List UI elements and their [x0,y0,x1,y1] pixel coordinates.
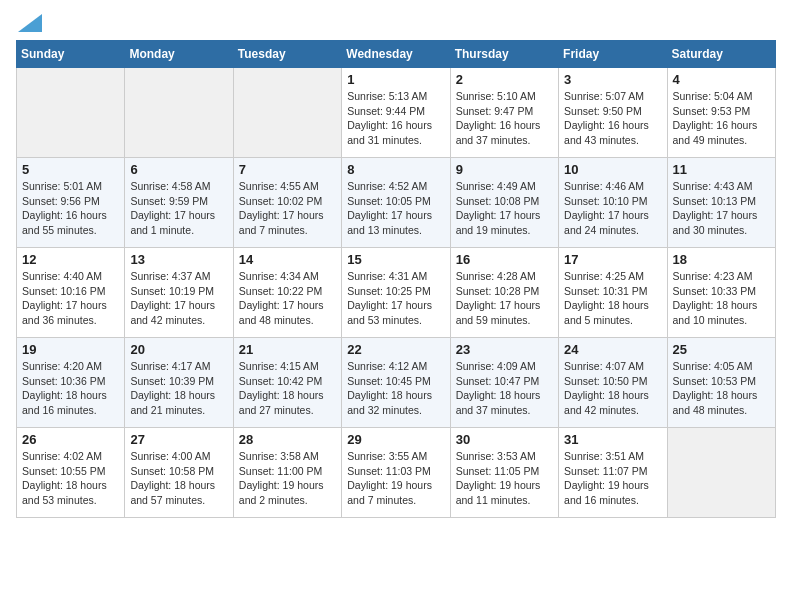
day-number: 10 [564,162,661,177]
day-info: Sunrise: 4:23 AM Sunset: 10:33 PM Daylig… [673,269,770,328]
day-info: Sunrise: 4:58 AM Sunset: 9:59 PM Dayligh… [130,179,227,238]
day-number: 31 [564,432,661,447]
week-row-1: 1Sunrise: 5:13 AM Sunset: 9:44 PM Daylig… [17,68,776,158]
day-cell: 17Sunrise: 4:25 AM Sunset: 10:31 PM Dayl… [559,248,667,338]
day-info: Sunrise: 3:51 AM Sunset: 11:07 PM Daylig… [564,449,661,508]
day-cell: 14Sunrise: 4:34 AM Sunset: 10:22 PM Dayl… [233,248,341,338]
day-number: 15 [347,252,444,267]
day-cell: 1Sunrise: 5:13 AM Sunset: 9:44 PM Daylig… [342,68,450,158]
day-number: 2 [456,72,553,87]
day-number: 16 [456,252,553,267]
week-row-2: 5Sunrise: 5:01 AM Sunset: 9:56 PM Daylig… [17,158,776,248]
page-header [16,16,776,32]
day-number: 6 [130,162,227,177]
day-number: 4 [673,72,770,87]
day-info: Sunrise: 4:43 AM Sunset: 10:13 PM Daylig… [673,179,770,238]
column-header-saturday: Saturday [667,41,775,68]
day-number: 18 [673,252,770,267]
day-info: Sunrise: 5:13 AM Sunset: 9:44 PM Dayligh… [347,89,444,148]
day-number: 9 [456,162,553,177]
day-cell: 4Sunrise: 5:04 AM Sunset: 9:53 PM Daylig… [667,68,775,158]
day-cell [125,68,233,158]
days-header-row: SundayMondayTuesdayWednesdayThursdayFrid… [17,41,776,68]
day-cell: 21Sunrise: 4:15 AM Sunset: 10:42 PM Dayl… [233,338,341,428]
day-number: 5 [22,162,119,177]
column-header-monday: Monday [125,41,233,68]
day-info: Sunrise: 4:20 AM Sunset: 10:36 PM Daylig… [22,359,119,418]
day-number: 19 [22,342,119,357]
day-number: 27 [130,432,227,447]
day-cell: 20Sunrise: 4:17 AM Sunset: 10:39 PM Dayl… [125,338,233,428]
day-number: 22 [347,342,444,357]
column-header-wednesday: Wednesday [342,41,450,68]
column-header-friday: Friday [559,41,667,68]
day-number: 29 [347,432,444,447]
day-cell: 15Sunrise: 4:31 AM Sunset: 10:25 PM Dayl… [342,248,450,338]
column-header-sunday: Sunday [17,41,125,68]
day-cell: 3Sunrise: 5:07 AM Sunset: 9:50 PM Daylig… [559,68,667,158]
day-number: 24 [564,342,661,357]
day-info: Sunrise: 3:53 AM Sunset: 11:05 PM Daylig… [456,449,553,508]
day-number: 1 [347,72,444,87]
day-number: 12 [22,252,119,267]
day-info: Sunrise: 4:02 AM Sunset: 10:55 PM Daylig… [22,449,119,508]
day-cell: 10Sunrise: 4:46 AM Sunset: 10:10 PM Dayl… [559,158,667,248]
day-info: Sunrise: 5:01 AM Sunset: 9:56 PM Dayligh… [22,179,119,238]
day-cell: 27Sunrise: 4:00 AM Sunset: 10:58 PM Dayl… [125,428,233,518]
day-number: 8 [347,162,444,177]
day-number: 14 [239,252,336,267]
day-info: Sunrise: 4:25 AM Sunset: 10:31 PM Daylig… [564,269,661,328]
day-info: Sunrise: 4:15 AM Sunset: 10:42 PM Daylig… [239,359,336,418]
day-cell: 22Sunrise: 4:12 AM Sunset: 10:45 PM Dayl… [342,338,450,428]
day-cell [17,68,125,158]
day-info: Sunrise: 5:10 AM Sunset: 9:47 PM Dayligh… [456,89,553,148]
day-info: Sunrise: 4:40 AM Sunset: 10:16 PM Daylig… [22,269,119,328]
day-number: 30 [456,432,553,447]
column-header-thursday: Thursday [450,41,558,68]
day-cell: 19Sunrise: 4:20 AM Sunset: 10:36 PM Dayl… [17,338,125,428]
day-number: 17 [564,252,661,267]
day-number: 11 [673,162,770,177]
day-info: Sunrise: 3:55 AM Sunset: 11:03 PM Daylig… [347,449,444,508]
day-cell: 13Sunrise: 4:37 AM Sunset: 10:19 PM Dayl… [125,248,233,338]
day-info: Sunrise: 4:05 AM Sunset: 10:53 PM Daylig… [673,359,770,418]
day-cell: 7Sunrise: 4:55 AM Sunset: 10:02 PM Dayli… [233,158,341,248]
day-cell: 28Sunrise: 3:58 AM Sunset: 11:00 PM Dayl… [233,428,341,518]
week-row-3: 12Sunrise: 4:40 AM Sunset: 10:16 PM Dayl… [17,248,776,338]
calendar-table: SundayMondayTuesdayWednesdayThursdayFrid… [16,40,776,518]
day-cell [667,428,775,518]
day-info: Sunrise: 4:37 AM Sunset: 10:19 PM Daylig… [130,269,227,328]
day-number: 23 [456,342,553,357]
day-info: Sunrise: 5:07 AM Sunset: 9:50 PM Dayligh… [564,89,661,148]
day-cell: 30Sunrise: 3:53 AM Sunset: 11:05 PM Dayl… [450,428,558,518]
day-number: 13 [130,252,227,267]
day-number: 20 [130,342,227,357]
day-info: Sunrise: 4:12 AM Sunset: 10:45 PM Daylig… [347,359,444,418]
day-info: Sunrise: 5:04 AM Sunset: 9:53 PM Dayligh… [673,89,770,148]
day-number: 7 [239,162,336,177]
day-cell: 8Sunrise: 4:52 AM Sunset: 10:05 PM Dayli… [342,158,450,248]
day-info: Sunrise: 4:17 AM Sunset: 10:39 PM Daylig… [130,359,227,418]
column-header-tuesday: Tuesday [233,41,341,68]
day-info: Sunrise: 4:07 AM Sunset: 10:50 PM Daylig… [564,359,661,418]
day-cell: 26Sunrise: 4:02 AM Sunset: 10:55 PM Dayl… [17,428,125,518]
day-cell: 16Sunrise: 4:28 AM Sunset: 10:28 PM Dayl… [450,248,558,338]
day-info: Sunrise: 4:09 AM Sunset: 10:47 PM Daylig… [456,359,553,418]
logo-arrow-icon [18,14,42,32]
week-row-5: 26Sunrise: 4:02 AM Sunset: 10:55 PM Dayl… [17,428,776,518]
day-number: 26 [22,432,119,447]
day-cell: 11Sunrise: 4:43 AM Sunset: 10:13 PM Dayl… [667,158,775,248]
day-number: 21 [239,342,336,357]
day-number: 28 [239,432,336,447]
week-row-4: 19Sunrise: 4:20 AM Sunset: 10:36 PM Dayl… [17,338,776,428]
day-cell [233,68,341,158]
day-cell: 23Sunrise: 4:09 AM Sunset: 10:47 PM Dayl… [450,338,558,428]
day-cell: 6Sunrise: 4:58 AM Sunset: 9:59 PM Daylig… [125,158,233,248]
day-cell: 5Sunrise: 5:01 AM Sunset: 9:56 PM Daylig… [17,158,125,248]
day-info: Sunrise: 4:31 AM Sunset: 10:25 PM Daylig… [347,269,444,328]
logo [16,16,42,32]
day-number: 25 [673,342,770,357]
day-cell: 29Sunrise: 3:55 AM Sunset: 11:03 PM Dayl… [342,428,450,518]
day-info: Sunrise: 4:28 AM Sunset: 10:28 PM Daylig… [456,269,553,328]
day-cell: 12Sunrise: 4:40 AM Sunset: 10:16 PM Dayl… [17,248,125,338]
